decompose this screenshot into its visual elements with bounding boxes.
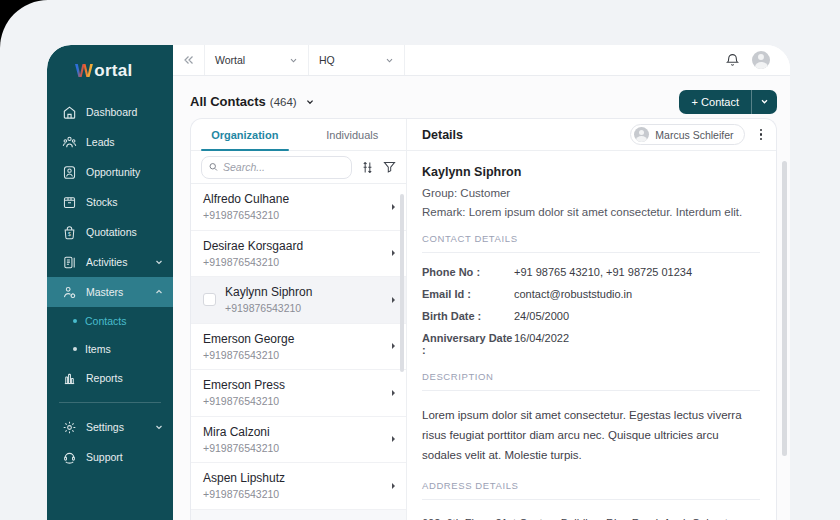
contact-name: Emerson George bbox=[203, 332, 294, 346]
svg-text:$: $ bbox=[68, 230, 71, 236]
info-row: Birth Date : 24/05/2000 bbox=[422, 310, 760, 322]
details-scrollbar[interactable] bbox=[782, 161, 787, 456]
sidebar: Wortal Dashboard Leads Opportunity Stock bbox=[47, 45, 173, 520]
tab-individuals[interactable]: Individuals bbox=[299, 119, 407, 150]
bullet-icon bbox=[73, 347, 77, 351]
organization-selector[interactable]: Wortal bbox=[205, 45, 309, 75]
contact-row[interactable]: Alfredo Culhane +919876543210 bbox=[191, 184, 406, 231]
sidebar-item-label: Stocks bbox=[86, 196, 118, 208]
sidebar-item-quotations[interactable]: $ Quotations bbox=[47, 217, 173, 247]
caret-right-icon bbox=[391, 296, 396, 304]
caret-right-icon bbox=[391, 482, 396, 490]
page-background: Wortal Dashboard Leads Opportunity Stock bbox=[0, 0, 840, 520]
add-contact-dropdown[interactable] bbox=[751, 90, 777, 114]
sidebar-divider bbox=[59, 402, 161, 403]
sidebar-item-stocks[interactable]: Stocks bbox=[47, 187, 173, 217]
chevron-down-icon bbox=[289, 56, 298, 65]
contact-row-selected[interactable]: Kaylynn Siphron +919876543210 bbox=[191, 277, 406, 324]
contact-name: Alfredo Culhane bbox=[203, 192, 289, 206]
description-text: Lorem ipsum dolor sit amet consectetur. … bbox=[422, 405, 760, 465]
list-scrollbar[interactable] bbox=[400, 194, 404, 372]
search-toolbar bbox=[191, 151, 406, 184]
section-heading-contact-details: CONTACT DETAILS bbox=[422, 233, 760, 244]
branch-selector-value: HQ bbox=[319, 54, 335, 66]
add-contact-button[interactable]: + Contact bbox=[679, 90, 777, 114]
page-title: All Contacts bbox=[190, 94, 266, 109]
search-box[interactable] bbox=[201, 156, 352, 179]
contact-name: Kaylynn Siphron bbox=[225, 285, 312, 299]
sidebar-item-label: Leads bbox=[86, 136, 115, 148]
caret-right-icon bbox=[391, 389, 396, 397]
more-options-icon[interactable] bbox=[758, 127, 765, 143]
user-avatar[interactable] bbox=[752, 51, 770, 69]
organization-selector-value: Wortal bbox=[215, 54, 245, 66]
sidebar-collapse-button[interactable] bbox=[173, 45, 205, 75]
home-icon bbox=[62, 105, 77, 120]
sidebar-subitem-items[interactable]: Items bbox=[47, 335, 173, 363]
info-row: Phone No : +91 98765 43210, +91 98725 01… bbox=[422, 266, 760, 278]
sidebar-item-activities[interactable]: Activities bbox=[47, 247, 173, 277]
assignee-pill[interactable]: Marcus Schleifer bbox=[630, 124, 744, 145]
info-row: Email Id : contact@robuststudio.in bbox=[422, 288, 760, 300]
search-icon bbox=[209, 162, 218, 172]
notification-bell-icon[interactable] bbox=[726, 53, 739, 67]
chevron-down-icon bbox=[155, 258, 163, 266]
bar-chart-icon bbox=[62, 371, 77, 386]
contact-row-partial[interactable] bbox=[191, 510, 406, 520]
sidebar-item-dashboard[interactable]: Dashboard bbox=[47, 97, 173, 127]
caret-right-icon bbox=[391, 203, 396, 211]
sidebar-subitem-label: Contacts bbox=[85, 315, 126, 327]
sidebar-item-opportunity[interactable]: Opportunity bbox=[47, 157, 173, 187]
info-label: Anniversary Date : bbox=[422, 332, 514, 356]
logo-text: ortal bbox=[94, 61, 132, 81]
tab-organization[interactable]: Organization bbox=[191, 119, 299, 150]
wortal-logo: Wortal bbox=[47, 45, 173, 97]
info-label: Email Id : bbox=[422, 288, 514, 300]
contact-phone: +919876543210 bbox=[203, 349, 294, 361]
contact-row[interactable]: Emerson George +919876543210 bbox=[191, 324, 406, 371]
people-icon bbox=[62, 135, 77, 150]
person-badge-icon bbox=[62, 165, 77, 180]
section-heading-address: ADDRESS DETAILS bbox=[422, 480, 760, 491]
sidebar-item-label: Support bbox=[86, 451, 123, 463]
info-label: Phone No : bbox=[422, 266, 514, 278]
contact-name: Desirae Korsgaard bbox=[203, 239, 303, 253]
title-dropdown-chevron[interactable] bbox=[305, 97, 315, 107]
search-input[interactable] bbox=[223, 161, 344, 173]
contact-row[interactable]: Aspen Lipshutz +919876543210 bbox=[191, 463, 406, 510]
sidebar-subitem-contacts[interactable]: Contacts bbox=[47, 307, 173, 335]
sidebar-item-reports[interactable]: Reports bbox=[47, 363, 173, 393]
contact-row[interactable]: Emerson Press +919876543210 bbox=[191, 370, 406, 417]
contact-checkbox[interactable] bbox=[203, 293, 216, 306]
contact-row[interactable]: Desirae Korsgaard +919876543210 bbox=[191, 231, 406, 278]
info-value: contact@robuststudio.in bbox=[514, 288, 632, 300]
topbar: Wortal HQ bbox=[173, 45, 790, 76]
sidebar-item-settings[interactable]: Settings bbox=[47, 412, 173, 442]
filter-funnel-icon[interactable] bbox=[383, 161, 396, 173]
details-header: Details Marcus Schleifer bbox=[407, 119, 776, 151]
section-divider bbox=[422, 252, 760, 253]
activity-icon bbox=[62, 255, 77, 270]
assignee-name: Marcus Schleifer bbox=[655, 129, 733, 141]
contact-phone: +919876543210 bbox=[203, 395, 285, 407]
headset-icon bbox=[62, 450, 77, 465]
chevron-down-icon bbox=[155, 423, 163, 431]
branch-selector[interactable]: HQ bbox=[309, 45, 405, 75]
list-tabs: Organization Individuals bbox=[191, 119, 406, 151]
content-area: All Contacts (464) + Contact bbox=[173, 76, 790, 520]
sidebar-item-support[interactable]: Support bbox=[47, 442, 173, 472]
contact-info-rows: Phone No : +91 98765 43210, +91 98725 01… bbox=[422, 266, 760, 356]
chevron-down-icon bbox=[385, 56, 394, 65]
chevron-down-icon bbox=[760, 97, 769, 106]
sort-adjust-icon[interactable] bbox=[361, 161, 374, 174]
main-area: Wortal HQ All Contacts (464) bbox=[173, 45, 790, 520]
sidebar-item-masters[interactable]: Masters bbox=[47, 277, 173, 307]
assignee-avatar bbox=[634, 127, 649, 142]
sidebar-item-leads[interactable]: Leads bbox=[47, 127, 173, 157]
sidebar-subitem-label: Items bbox=[85, 343, 111, 355]
contact-phone: +919876543210 bbox=[203, 488, 285, 500]
contacts-list-panel: Organization Individuals bbox=[191, 119, 407, 520]
contact-name: Aspen Lipshutz bbox=[203, 471, 285, 485]
contact-row[interactable]: Mira Calzoni +919876543210 bbox=[191, 417, 406, 464]
box-icon bbox=[62, 195, 77, 210]
